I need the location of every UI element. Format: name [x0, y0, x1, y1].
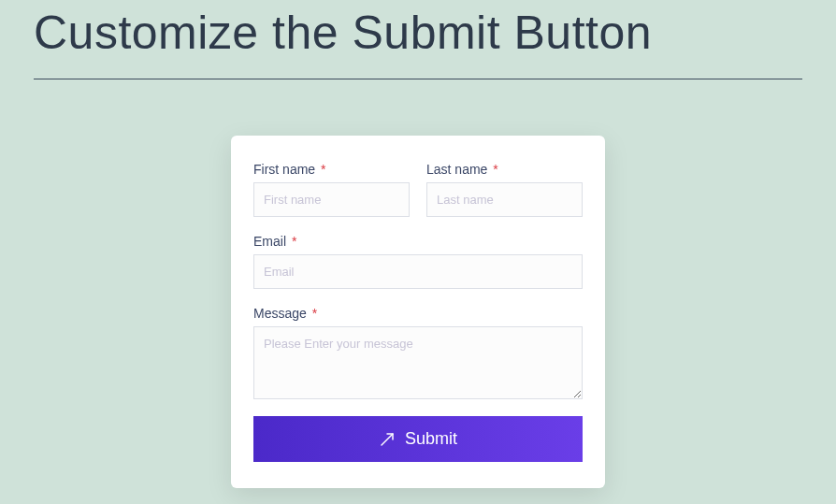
required-mark: * [292, 234, 296, 249]
first-name-label-text: First name [253, 162, 315, 177]
form-card: First name * Last name * Email * [231, 136, 605, 488]
email-label: Email * [253, 234, 583, 249]
required-mark: * [493, 162, 497, 177]
required-mark: * [321, 162, 325, 177]
last-name-label: Last name * [426, 162, 583, 177]
message-label: Message * [253, 306, 583, 321]
last-name-label-text: Last name [426, 162, 487, 177]
title-divider [34, 79, 802, 79]
email-input[interactable] [253, 254, 583, 289]
arrow-right-icon [379, 431, 396, 448]
submit-button[interactable]: Submit [253, 416, 583, 462]
first-name-input[interactable] [253, 182, 410, 217]
message-textarea[interactable] [253, 326, 583, 399]
message-label-text: Message [253, 306, 307, 321]
submit-button-label: Submit [405, 429, 457, 449]
page-title: Customize the Submit Button [34, 6, 802, 60]
first-name-label: First name * [253, 162, 410, 177]
required-mark: * [312, 306, 317, 321]
last-name-input[interactable] [426, 182, 583, 217]
email-label-text: Email [253, 234, 286, 249]
